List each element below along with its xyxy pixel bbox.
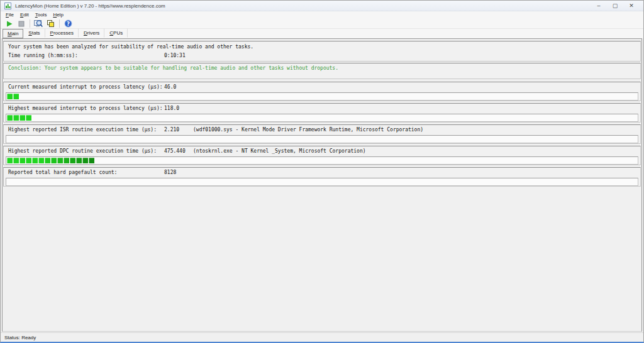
meter-segment bbox=[57, 158, 63, 163]
meter-segment bbox=[32, 158, 38, 163]
meter-value: 8128 bbox=[164, 170, 176, 175]
toolbar: ? bbox=[1, 19, 643, 29]
window-title: LatencyMon (Home Edition ) v 7.20 - http… bbox=[15, 3, 165, 9]
meter-bar bbox=[6, 156, 638, 165]
titlebar[interactable]: LatencyMon (Home Edition ) v 7.20 - http… bbox=[1, 1, 643, 11]
main-report: Your system has been analyzed for suitab… bbox=[2, 38, 642, 332]
menubar: FileEditToolsHelp bbox=[1, 11, 643, 19]
meter-label: Highest measured interrupt to process la… bbox=[8, 106, 163, 111]
tabstrip: MainStatsProcessesDriversCPUs bbox=[1, 29, 643, 38]
meter-segment bbox=[82, 158, 88, 163]
statusbar: Status: Ready bbox=[1, 332, 643, 342]
meter-segment bbox=[13, 115, 19, 121]
meter-segment bbox=[89, 158, 94, 163]
analysis-text: Your system has been analyzed for suitab… bbox=[8, 44, 253, 50]
meter-segment bbox=[45, 158, 50, 163]
conclusion-box: Conclusion: Your system appears to be su… bbox=[3, 63, 641, 79]
toolbar-separator bbox=[59, 19, 60, 28]
meter-box-3: Highest reported DPC routine execution t… bbox=[3, 146, 641, 165]
tab-processes[interactable]: Processes bbox=[45, 28, 79, 38]
tab-drivers[interactable]: Drivers bbox=[79, 28, 104, 38]
conclusion-text: Conclusion: Your system appears to be su… bbox=[8, 65, 338, 71]
meter-segment bbox=[26, 115, 31, 121]
analyze-icon bbox=[34, 19, 43, 28]
meter-segment bbox=[64, 158, 69, 163]
stop-icon bbox=[18, 20, 25, 28]
stop-button[interactable] bbox=[15, 19, 27, 28]
meter-label: Highest reported DPC routine execution t… bbox=[8, 148, 157, 154]
meter-segment bbox=[76, 158, 82, 163]
meter-segment bbox=[13, 94, 19, 99]
meter-bar bbox=[6, 178, 638, 186]
meter-box-0: Current measured interrupt to process la… bbox=[3, 82, 641, 101]
copy-icon bbox=[47, 19, 55, 28]
minimize-button[interactable]: – bbox=[591, 1, 607, 11]
tab-cpus[interactable]: CPUs bbox=[104, 28, 128, 38]
meter-segment bbox=[38, 158, 44, 163]
maximize-button[interactable]: ▢ bbox=[607, 1, 623, 11]
meter-segment bbox=[70, 158, 75, 163]
meter-segment bbox=[13, 158, 19, 163]
system-summary-box: Your system has been analyzed for suitab… bbox=[3, 41, 641, 62]
meter-value: 118.0 bbox=[164, 106, 179, 111]
meter-value: 2.210 bbox=[164, 127, 179, 133]
meter-segment bbox=[7, 115, 13, 121]
meter-value: 46.0 bbox=[164, 84, 176, 90]
status-text: Status: Ready bbox=[4, 335, 36, 340]
window-controls: – ▢ ✕ bbox=[591, 1, 640, 11]
menu-item-file[interactable]: File bbox=[3, 11, 17, 19]
meter-segment bbox=[26, 158, 31, 163]
meter-value: 475.440 bbox=[164, 148, 186, 154]
svg-text:?: ? bbox=[67, 21, 70, 27]
meter-box-1: Highest measured interrupt to process la… bbox=[3, 103, 641, 122]
menu-item-edit[interactable]: Edit bbox=[17, 11, 32, 19]
meter-segment bbox=[7, 94, 13, 99]
help-icon: ? bbox=[64, 19, 72, 28]
time-running-label: Time running (h:mm:ss): bbox=[8, 53, 78, 58]
play-button[interactable] bbox=[3, 19, 15, 28]
time-running-value: 0:10:31 bbox=[164, 53, 186, 58]
meter-bar bbox=[6, 135, 638, 143]
close-button[interactable]: ✕ bbox=[623, 1, 640, 11]
app-icon bbox=[4, 3, 11, 9]
meter-segment bbox=[19, 115, 25, 121]
tab-stats[interactable]: Stats bbox=[23, 28, 45, 38]
meter-segment bbox=[51, 158, 57, 163]
meter-bar bbox=[6, 114, 638, 122]
meter-bar bbox=[6, 92, 638, 101]
analyze-button[interactable] bbox=[33, 19, 45, 28]
toolbar-separator bbox=[30, 19, 30, 28]
menu-item-tools[interactable]: Tools bbox=[32, 11, 50, 19]
meter-box-4: Reported total hard pagefault count:8128 bbox=[3, 167, 641, 187]
play-icon bbox=[6, 20, 13, 28]
meter-segment bbox=[7, 158, 13, 163]
latencymon-window: LatencyMon (Home Edition ) v 7.20 - http… bbox=[0, 0, 644, 343]
meter-label: Current measured interrupt to process la… bbox=[8, 84, 163, 90]
tab-main[interactable]: Main bbox=[3, 29, 23, 38]
meter-segment bbox=[19, 158, 25, 163]
meter-detail: (wdf01000.sys - Kernel Mode Driver Frame… bbox=[193, 127, 423, 133]
meter-label: Reported total hard pagefault count: bbox=[8, 170, 117, 175]
menu-item-help[interactable]: Help bbox=[50, 11, 66, 19]
help-button[interactable]: ? bbox=[62, 19, 74, 28]
meter-box-2: Highest reported ISR routine execution t… bbox=[3, 124, 641, 144]
meter-label: Highest reported ISR routine execution t… bbox=[8, 127, 157, 133]
meter-detail: (ntoskrnl.exe - NT Kernel _System, Micro… bbox=[193, 148, 366, 154]
copy-button[interactable] bbox=[45, 19, 57, 28]
